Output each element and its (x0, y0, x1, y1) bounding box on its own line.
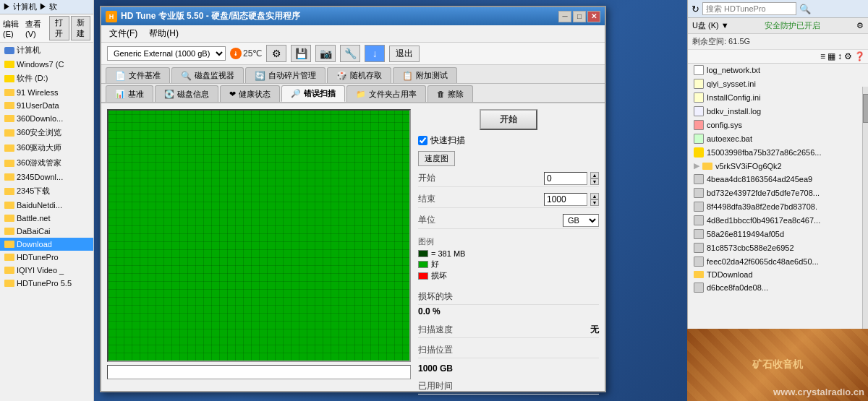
end-input[interactable] (544, 193, 587, 206)
info-panel: 开始 快速扫描 速度图 开始 ▲ ▼ 结束 (418, 109, 599, 390)
folder-icon (702, 163, 712, 170)
tab-random-access[interactable]: 🎲 随机存取 (327, 67, 391, 83)
sidebar-item-battle[interactable]: Battle.net (0, 212, 93, 225)
close-button[interactable]: ✕ (587, 11, 600, 22)
toolbar-btn-download[interactable]: ↓ (365, 45, 385, 62)
drive-label[interactable]: U盘 (K) ▼ (692, 20, 729, 31)
sidebar-item-360driver[interactable]: 360驱动大师 (0, 140, 93, 155)
file-item-qiyi[interactable]: qiyi_sysset.ini (688, 77, 868, 91)
drive-select[interactable]: Generic External (1000 gB) (107, 46, 226, 61)
file-item-4d8ed[interactable]: 4d8ed1bbccf0b49617ea8c467... (688, 214, 868, 228)
legend-good-color (418, 250, 428, 257)
file-item-installconfig[interactable]: InstallConfig.ini (688, 91, 868, 105)
file-item-v5rk[interactable]: ▶ v5rkSV3iFOg6Qk2 (688, 160, 868, 173)
start-row: 开始 ▲ ▼ (418, 171, 599, 187)
file-item-15003998[interactable]: 15003998fba75b327a86c2656... (688, 146, 868, 160)
sidebar-item-2345[interactable]: 2345下载 (0, 184, 93, 199)
end-spin-down[interactable]: ▼ (590, 199, 599, 206)
tab-folder-usage[interactable]: 📁 文件夹占用率 (346, 85, 426, 102)
elapsed-time-row: 已用时间 (418, 379, 599, 394)
sidebar-item-computer[interactable]: 计算机 (0, 43, 93, 58)
file-item-4beaa[interactable]: 4beaa4dc81863564ad245ea9 (688, 173, 868, 186)
sidebar-item-label: 360游戏管家 (17, 158, 61, 168)
search-input[interactable] (702, 2, 796, 15)
tab-extra-test[interactable]: 📋 附加测试 (393, 67, 457, 83)
minimize-button[interactable]: ─ (558, 11, 571, 22)
tab-erase[interactable]: 🗑 擦除 (427, 85, 473, 102)
sidebar-item-91userdata[interactable]: 91UserData (0, 99, 93, 112)
scroll-thumb[interactable] (863, 94, 868, 123)
sidebar-item-360game[interactable]: 360游戏管家 (0, 155, 93, 171)
edit-menu[interactable]: 编辑(E) (3, 19, 24, 38)
new-button[interactable]: 新建 (71, 16, 90, 40)
sidebar-item-download[interactable]: Download (0, 238, 93, 251)
sidebar-item-2345dl[interactable]: 2345Downl... (0, 171, 93, 184)
sidebar-item-hdtune55[interactable]: HDTunePro 5.5 (0, 277, 93, 290)
file-item-log-network[interactable]: log_network.txt (688, 64, 868, 77)
settings-icon2[interactable]: ⚙ (844, 51, 852, 61)
tab-disk-info[interactable]: 💽 磁盘信息 (155, 85, 218, 102)
maximize-button[interactable]: □ (573, 11, 586, 22)
sidebar-item-iqiyi[interactable]: IQIYI Video _ (0, 264, 93, 277)
file-item-81c8[interactable]: 81c8573cbc588e2e6952 (688, 241, 868, 255)
tab-disk-monitor[interactable]: 🔍 磁盘监视器 (171, 67, 244, 83)
file-item-bdkv[interactable]: bdkv_install.log (688, 105, 868, 118)
right-panel: ↻ 🔍 U盘 (K) ▼ 安全防护已开启 ⚙ 剩余空间: 61.5G ≡ ▦ ↕… (687, 0, 868, 401)
file-item-config[interactable]: config.sys (688, 118, 868, 132)
file-item-feec[interactable]: feec02da42f6065dc48ae6d50... (688, 255, 868, 269)
sidebar-item-label: HDTunePro 5.5 (17, 279, 72, 288)
drive-bar: U盘 (K) ▼ 安全防护已开启 ⚙ (688, 18, 868, 34)
start-input[interactable] (544, 172, 587, 185)
file-item-d6bce[interactable]: d6bce8fa0de08... (688, 281, 868, 295)
sidebar-item-dabaicai[interactable]: DaBaiCai (0, 225, 93, 238)
sidebar-item-360dl[interactable]: 360Downlo... (0, 112, 93, 125)
tab-benchmark[interactable]: 📊 基准 (106, 85, 153, 102)
speed-chart-button[interactable]: 速度图 (418, 151, 455, 166)
folder-icon (4, 241, 14, 248)
file-name: 4d8ed1bbccf0b49617ea8c467... (707, 216, 820, 225)
file-item-autoexec[interactable]: autoexec.bat (688, 132, 868, 146)
start-spin-up[interactable]: ▲ (590, 172, 599, 178)
left-sidebar: ▶ 计算机 ▶ 软 编辑(E) 查看(V) 打开 新建 计算机 Windows7… (0, 0, 94, 401)
sidebar-item-91wireless[interactable]: 91 Wireless (0, 86, 93, 99)
sidebar-item-c[interactable]: Windows7 (C (0, 58, 93, 71)
tab-file-benchmark[interactable]: 📄 文件基准 (106, 67, 170, 83)
sidebar-item-hdtunepro[interactable]: HDTunePro (0, 251, 93, 264)
view-menu[interactable]: 查看(V) (25, 19, 46, 38)
toolbar-btn-1[interactable]: ⚙ (266, 45, 286, 62)
file-item-bd732[interactable]: bd732e43972fde7d5dfe7e708... (688, 186, 868, 200)
tab-error-scan[interactable]: 🔎 错误扫描 (281, 85, 345, 102)
help-icon[interactable]: ❓ (854, 51, 865, 61)
file-item-tddownload[interactable]: TDDownload (688, 269, 868, 281)
sidebar-item-label: BaiduNetdi... (17, 201, 62, 210)
start-button[interactable]: 开始 (480, 109, 537, 130)
sort-icon[interactable]: ↕ (838, 51, 842, 61)
view-grid-icon[interactable]: ▦ (827, 51, 835, 61)
help-menu[interactable]: 帮助(H) (147, 27, 181, 40)
tab-defrag[interactable]: 🔄 自动碎片管理 (245, 67, 326, 83)
file-item-58a26[interactable]: 58a26e8119494af05d (688, 228, 868, 241)
search-icon[interactable]: 🔍 (799, 4, 811, 14)
sidebar-item-label: DaBaiCai (17, 227, 50, 236)
refresh-icon[interactable]: ↻ (692, 4, 699, 14)
file-menu[interactable]: 文件(F) (107, 27, 140, 40)
right-panel-scrollbar[interactable] (862, 87, 868, 329)
tab-row2: 📊 基准 💽 磁盘信息 ❤ 健康状态 🔎 错误扫描 📁 文件夹占用率 🗑 擦除 (101, 84, 605, 103)
sidebar-item-baidu[interactable]: BaiduNetdi... (0, 199, 93, 212)
start-spin-down[interactable]: ▼ (590, 178, 599, 185)
view-list-icon[interactable]: ≡ (820, 51, 825, 61)
file-item-8f4498[interactable]: 8f4498dfa39a8f2ede7bd83708. (688, 200, 868, 214)
toolbar-btn-3[interactable]: 📷 (315, 45, 336, 62)
settings-icon[interactable]: ⚙ (856, 21, 864, 30)
toolbar-btn-4[interactable]: 🔧 (340, 45, 360, 62)
unit-select[interactable]: GB (563, 214, 599, 227)
open-button[interactable]: 打开 (49, 16, 69, 40)
end-spin-up[interactable]: ▲ (590, 193, 599, 199)
exit-button[interactable]: 退出 (389, 46, 420, 62)
toolbar-btn-2[interactable]: 💾 (291, 45, 311, 62)
quick-scan-checkbox[interactable] (418, 136, 427, 145)
sidebar-item-360browser[interactable]: 360安全浏览 (0, 125, 93, 140)
legend-section: 图例 = 381 MB 好 损坏 (418, 236, 599, 282)
sidebar-item-d[interactable]: 软件 (D:) (0, 71, 93, 86)
tab-health[interactable]: ❤ 健康状态 (220, 85, 280, 102)
